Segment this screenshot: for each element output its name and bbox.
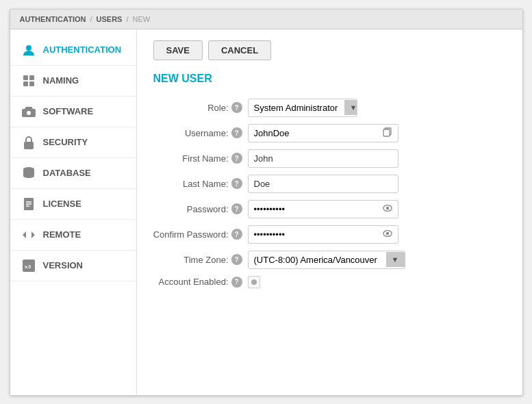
sidebar-label-software: SOFTWARE — [43, 106, 94, 116]
account-enabled-label: Account Enabled: ? — [153, 277, 242, 288]
password-row: Password: ? — [153, 200, 506, 218]
account-enabled-row: Account Enabled: ? — [153, 276, 506, 288]
lock-icon — [21, 135, 36, 150]
breadcrumb-authentication[interactable]: AUTHENTICATION — [20, 15, 86, 23]
svg-point-19 — [385, 231, 388, 234]
sidebar-label-version: VERSION — [43, 260, 84, 270]
toolbar: SAVE CANCEL — [153, 40, 506, 60]
password-input-wrapper — [248, 200, 398, 218]
sidebar-item-naming[interactable]: NAMING — [10, 66, 136, 97]
sidebar-label-database: DATABASE — [43, 168, 91, 178]
role-select[interactable]: System Administrator Administrator User … — [249, 99, 344, 116]
account-enabled-checkbox[interactable] — [248, 276, 260, 288]
confirm-password-label: Confirm Password: ? — [153, 229, 242, 240]
breadcrumb-users[interactable]: USERS — [97, 15, 123, 23]
arrows-icon — [21, 227, 36, 242]
doc-icon — [21, 197, 36, 212]
confirm-password-input[interactable] — [249, 226, 377, 243]
sidebar-label-naming: NAMING — [43, 75, 79, 86]
firstname-input[interactable] — [248, 149, 398, 168]
new-user-form: Role: ? System Administrator Administrat… — [153, 99, 506, 288]
save-button[interactable]: SAVE — [153, 40, 203, 60]
svg-rect-3 — [23, 81, 28, 86]
firstname-label: First Name: ? — [153, 153, 242, 164]
timezone-select-wrapper[interactable]: (UTC-8:00) America/Vancouver (UTC-5:00) … — [248, 251, 405, 269]
username-help-icon[interactable]: ? — [231, 127, 242, 138]
lastname-input[interactable] — [248, 175, 398, 193]
username-row: Username: ? — [153, 124, 506, 142]
role-select-wrapper[interactable]: System Administrator Administrator User … — [248, 99, 357, 117]
content-area: SAVE CANCEL NEW USER Role: ? System Admi… — [137, 29, 522, 395]
sidebar-item-security[interactable]: SECURITY — [10, 127, 136, 158]
svg-rect-4 — [29, 81, 34, 86]
confirm-password-row: Confirm Password: ? — [153, 225, 506, 244]
version-icon: v.0 — [21, 258, 36, 273]
sidebar-item-database[interactable]: DATABASE — [10, 158, 136, 189]
cancel-button[interactable]: CANCEL — [208, 40, 271, 60]
svg-point-5 — [27, 111, 31, 115]
camera-icon — [21, 104, 36, 119]
page-title: NEW USER — [153, 73, 506, 85]
account-enabled-help-icon[interactable]: ? — [231, 277, 242, 288]
timezone-help-icon[interactable]: ? — [231, 254, 242, 265]
sidebar-label-security: SECURITY — [43, 137, 88, 147]
app-window: AUTHENTICATION / USERS / NEW AUTHENTICAT… — [10, 9, 523, 396]
timezone-label: Time Zone: ? — [153, 254, 242, 265]
confirm-password-input-wrapper — [248, 225, 398, 244]
svg-rect-15 — [383, 129, 390, 136]
svg-rect-2 — [29, 75, 34, 80]
sidebar-item-license[interactable]: LICENSE — [10, 189, 136, 220]
confirm-password-help-icon[interactable]: ? — [231, 229, 242, 240]
username-input[interactable] — [249, 125, 377, 142]
role-dropdown-arrow[interactable]: ▼ — [344, 100, 357, 115]
sidebar-label-remote: REMOTE — [43, 229, 81, 240]
timezone-row: Time Zone: ? (UTC-8:00) America/Vancouve… — [153, 251, 506, 269]
role-label: Role: ? — [153, 102, 242, 113]
lastname-help-icon[interactable]: ? — [231, 178, 242, 189]
svg-point-17 — [385, 206, 388, 209]
role-help-icon[interactable]: ? — [231, 102, 242, 113]
grid-icon — [21, 73, 36, 88]
sidebar-label-license: LICENSE — [43, 199, 81, 209]
sidebar-item-software[interactable]: SOFTWARE — [10, 97, 136, 127]
password-show-icon[interactable] — [377, 201, 398, 218]
sidebar-item-authentication[interactable]: AUTHENTICATION — [10, 35, 136, 66]
main-layout: AUTHENTICATION NAMING — [10, 29, 522, 395]
svg-rect-6 — [24, 142, 34, 149]
sidebar-label-authentication: AUTHENTICATION — [43, 45, 122, 55]
username-input-wrapper — [248, 124, 398, 142]
firstname-row: First Name: ? — [153, 149, 506, 168]
timezone-select[interactable]: (UTC-8:00) America/Vancouver (UTC-5:00) … — [249, 251, 386, 268]
confirm-password-show-icon[interactable] — [377, 226, 398, 243]
password-label: Password: ? — [153, 203, 242, 214]
username-copy-icon[interactable] — [377, 125, 398, 142]
role-row: Role: ? System Administrator Administrat… — [153, 99, 506, 117]
sidebar-item-version[interactable]: v.0 VERSION — [10, 251, 136, 281]
breadcrumb: AUTHENTICATION / USERS / NEW — [10, 10, 522, 29]
sidebar-item-remote[interactable]: REMOTE — [10, 220, 136, 251]
password-input[interactable] — [249, 201, 377, 218]
person-icon — [21, 42, 36, 58]
svg-text:v.0: v.0 — [25, 264, 31, 269]
lastname-row: Last Name: ? — [153, 175, 506, 193]
svg-point-0 — [26, 45, 31, 51]
sidebar: AUTHENTICATION NAMING — [10, 29, 137, 395]
account-enabled-dot — [251, 279, 257, 285]
username-label: Username: ? — [153, 127, 242, 138]
breadcrumb-new: NEW — [133, 15, 151, 23]
password-help-icon[interactable]: ? — [231, 203, 242, 214]
lastname-label: Last Name: ? — [153, 178, 242, 189]
svg-rect-1 — [23, 75, 28, 80]
timezone-dropdown-arrow[interactable]: ▼ — [386, 252, 405, 267]
db-icon — [21, 166, 36, 181]
firstname-help-icon[interactable]: ? — [231, 153, 242, 164]
